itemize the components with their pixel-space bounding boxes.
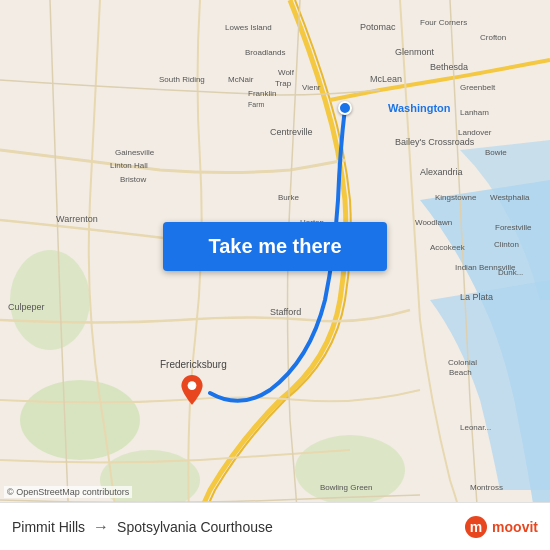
svg-text:Gainesville: Gainesville [115,148,155,157]
svg-text:Forestville: Forestville [495,223,532,232]
svg-text:Warrenton: Warrenton [56,214,98,224]
svg-text:Stafford: Stafford [270,307,301,317]
map-attribution: © OpenStreetMap contributors [4,486,132,498]
map-container: Potomac Glenmont Four Corners Bethesda G… [0,0,550,550]
svg-text:Leonar...: Leonar... [460,423,491,432]
svg-text:Culpeper: Culpeper [8,302,45,312]
svg-text:Farm: Farm [248,101,265,108]
svg-point-3 [10,250,90,350]
destination-marker [181,375,203,405]
moovit-icon: m [464,515,488,539]
svg-text:South Riding: South Riding [159,75,205,84]
svg-text:Four Corners: Four Corners [420,18,467,27]
moovit-text: moovit [492,519,538,535]
svg-text:Lowes Island: Lowes Island [225,23,272,32]
svg-point-53 [188,381,197,390]
svg-text:Montross: Montross [470,483,503,492]
svg-text:Accokeek: Accokeek [430,243,466,252]
moovit-logo: m moovit [464,515,538,539]
destination-label: Spotsylvania Courthouse [117,519,273,535]
svg-text:La Plata: La Plata [460,292,493,302]
svg-text:Alexandria: Alexandria [420,167,463,177]
svg-text:Bailey's Crossroads: Bailey's Crossroads [395,137,475,147]
svg-text:McNair: McNair [228,75,254,84]
svg-text:Bristow: Bristow [120,175,146,184]
svg-text:m: m [470,519,482,535]
svg-text:Clinton: Clinton [494,240,519,249]
svg-text:Burke: Burke [278,193,299,202]
svg-text:Crofton: Crofton [480,33,506,42]
origin-label: Pimmit Hills [12,519,85,535]
svg-text:Potomac: Potomac [360,22,396,32]
svg-text:Landover: Landover [458,128,492,137]
svg-text:McLean: McLean [370,74,402,84]
svg-text:Centreville: Centreville [270,127,313,137]
svg-text:Dunk...: Dunk... [498,268,523,277]
svg-text:Trap: Trap [275,79,292,88]
svg-point-4 [295,435,405,505]
svg-text:Greenbelt: Greenbelt [460,83,496,92]
svg-text:Woodlawn: Woodlawn [415,218,452,227]
origin-marker [338,101,352,115]
svg-text:Beach: Beach [449,368,472,377]
svg-text:Kingstowne: Kingstowne [435,193,477,202]
svg-text:Wolf: Wolf [278,68,295,77]
svg-point-1 [20,380,140,460]
svg-text:Colonial: Colonial [448,358,477,367]
take-me-there-button[interactable]: Take me there [163,222,387,271]
svg-text:Lanham: Lanham [460,108,489,117]
svg-text:Bowling Green: Bowling Green [320,483,372,492]
svg-text:Broadlands: Broadlands [245,48,285,57]
svg-text:Glenmont: Glenmont [395,47,435,57]
svg-text:Fredericksburg: Fredericksburg [160,359,227,370]
route-arrow-icon: → [93,518,109,536]
svg-text:Bethesda: Bethesda [430,62,468,72]
svg-text:Westphalia: Westphalia [490,193,530,202]
svg-text:Bowie: Bowie [485,148,507,157]
route-info: Pimmit Hills → Spotsylvania Courthouse [12,518,464,536]
svg-text:Franklin: Franklin [248,89,276,98]
svg-text:Vienr: Vienr [302,83,321,92]
bottom-bar: Pimmit Hills → Spotsylvania Courthouse m… [0,502,550,550]
svg-text:Washington: Washington [388,102,451,114]
svg-text:Linton Hall: Linton Hall [110,161,148,170]
